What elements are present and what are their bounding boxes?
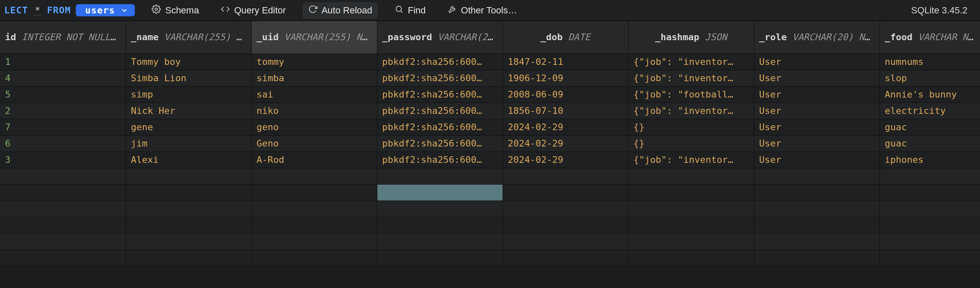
cell-empty[interactable]	[126, 184, 251, 201]
table-row-empty[interactable]	[0, 249, 980, 266]
find-button[interactable]: Find	[389, 3, 431, 18]
cell-name[interactable]: Simba Lion	[126, 70, 251, 86]
cell-uid[interactable]: Geno	[251, 135, 377, 152]
cell-empty[interactable]	[377, 233, 503, 249]
cell-dob[interactable]: 2024-02-29	[503, 152, 628, 168]
cell-empty[interactable]	[628, 233, 754, 249]
cell-empty[interactable]	[754, 233, 879, 249]
cell-empty[interactable]	[377, 249, 503, 266]
cell-empty[interactable]	[377, 201, 503, 217]
cell-empty[interactable]	[377, 217, 503, 233]
cell-empty[interactable]	[377, 168, 503, 184]
col-header-uid[interactable]: _uid VARCHAR(255) NOT NULL UNIQUE ↓	[251, 21, 377, 54]
cell-name[interactable]: Tommy boy	[126, 54, 251, 70]
col-header-dob[interactable]: _dob DATE	[503, 21, 628, 54]
cell-password[interactable]: pbkdf2:sha256:600…	[377, 103, 503, 119]
cell-uid[interactable]: sai	[251, 86, 377, 103]
cell-hashmap[interactable]: {"job": "inventor…	[628, 54, 754, 70]
cell-empty[interactable]	[251, 217, 377, 233]
cell-empty[interactable]	[879, 168, 980, 184]
cell-empty[interactable]	[0, 249, 126, 266]
table-row-empty[interactable]	[0, 168, 980, 184]
cell-empty[interactable]	[126, 217, 251, 233]
cell-password[interactable]: pbkdf2:sha256:600…	[377, 86, 503, 103]
cell-empty[interactable]	[251, 201, 377, 217]
cell-empty[interactable]	[503, 168, 628, 184]
cell-dob[interactable]: 1906-12-09	[503, 70, 628, 86]
table-row-empty[interactable]	[0, 201, 980, 217]
col-header-food[interactable]: _food VARCHAR NOT NULL	[879, 21, 980, 54]
cell-empty[interactable]	[126, 233, 251, 249]
cell-empty[interactable]	[628, 217, 754, 233]
cell-uid[interactable]: simba	[251, 70, 377, 86]
cell-hashmap[interactable]: {}	[628, 119, 754, 135]
col-header-hashmap[interactable]: _hashmap JSON	[628, 21, 754, 54]
col-header-name[interactable]: _name VARCHAR(255) NOT NULL	[126, 21, 251, 54]
table-row[interactable]: 1Tommy boytommypbkdf2:sha256:600…1847-02…	[0, 54, 980, 70]
cell-empty[interactable]	[126, 201, 251, 217]
cell-name[interactable]: jim	[126, 135, 251, 152]
cell-food[interactable]: numnums	[879, 54, 980, 70]
cell-role[interactable]: User	[754, 152, 879, 168]
cell-empty[interactable]	[503, 201, 628, 217]
cell-empty[interactable]	[0, 217, 126, 233]
table-row-empty[interactable]	[0, 233, 980, 249]
cell-id[interactable]: 6	[0, 135, 126, 152]
cell-id[interactable]: 5	[0, 86, 126, 103]
cell-uid[interactable]: tommy	[251, 54, 377, 70]
table-row-empty[interactable]	[0, 217, 980, 233]
cell-dob[interactable]: 1847-02-11	[503, 54, 628, 70]
cell-empty[interactable]	[754, 168, 879, 184]
cell-role[interactable]: User	[754, 54, 879, 70]
table-row-empty[interactable]	[0, 184, 980, 201]
cell-empty[interactable]	[503, 249, 628, 266]
cell-empty[interactable]	[754, 249, 879, 266]
cell-name[interactable]: Alexi	[126, 152, 251, 168]
col-header-id[interactable]: id INTEGER NOT NULL PRIMARY KEY	[0, 21, 126, 54]
cell-hashmap[interactable]: {}	[628, 135, 754, 152]
col-header-password[interactable]: _password VARCHAR(255) NOT NULL	[377, 21, 503, 54]
table-selector[interactable]: users	[76, 4, 135, 16]
cell-food[interactable]: iphones	[879, 152, 980, 168]
table-row[interactable]: 6jimGenopbkdf2:sha256:600…2024-02-29{}Us…	[0, 135, 980, 152]
cell-empty[interactable]	[251, 184, 377, 201]
cell-hashmap[interactable]: {"job": "inventor…	[628, 70, 754, 86]
cell-hashmap[interactable]: {"job": "inventor…	[628, 103, 754, 119]
cell-empty[interactable]	[628, 184, 754, 201]
cell-food[interactable]: Annie's bunny	[879, 86, 980, 103]
cell-role[interactable]: User	[754, 70, 879, 86]
cell-empty[interactable]	[126, 168, 251, 184]
cell-empty[interactable]	[0, 168, 126, 184]
cell-id[interactable]: 7	[0, 119, 126, 135]
cell-hashmap[interactable]: {"job": "inventor…	[628, 152, 754, 168]
cell-role[interactable]: User	[754, 103, 879, 119]
cell-name[interactable]: simp	[126, 86, 251, 103]
cell-password[interactable]: pbkdf2:sha256:600…	[377, 70, 503, 86]
cell-role[interactable]: User	[754, 135, 879, 152]
cell-id[interactable]: 3	[0, 152, 126, 168]
cell-uid[interactable]: A-Rod	[251, 152, 377, 168]
cell-empty[interactable]	[628, 201, 754, 217]
cell-empty[interactable]	[251, 249, 377, 266]
cell-empty[interactable]	[754, 217, 879, 233]
query-editor-button[interactable]: Query Editor	[216, 3, 291, 18]
cell-role[interactable]: User	[754, 86, 879, 103]
cell-password[interactable]: pbkdf2:sha256:600…	[377, 119, 503, 135]
table-row[interactable]: 7genegenopbkdf2:sha256:600…2024-02-29{}U…	[0, 119, 980, 135]
cell-empty[interactable]	[628, 168, 754, 184]
cell-name[interactable]: gene	[126, 119, 251, 135]
cell-empty[interactable]	[879, 217, 980, 233]
cell-empty[interactable]	[377, 184, 503, 201]
cell-empty[interactable]	[503, 233, 628, 249]
cell-empty[interactable]	[879, 201, 980, 217]
cell-empty[interactable]	[879, 233, 980, 249]
col-header-role[interactable]: _role VARCHAR(20) NOT NULL	[754, 21, 879, 54]
cell-empty[interactable]	[251, 233, 377, 249]
cell-empty[interactable]	[503, 217, 628, 233]
cell-id[interactable]: 2	[0, 103, 126, 119]
table-row[interactable]: 5simpsaipbkdf2:sha256:600…2008-06-09{"jo…	[0, 86, 980, 103]
cell-password[interactable]: pbkdf2:sha256:600…	[377, 152, 503, 168]
cell-dob[interactable]: 1856-07-10	[503, 103, 628, 119]
cell-food[interactable]: slop	[879, 70, 980, 86]
cell-password[interactable]: pbkdf2:sha256:600…	[377, 135, 503, 152]
